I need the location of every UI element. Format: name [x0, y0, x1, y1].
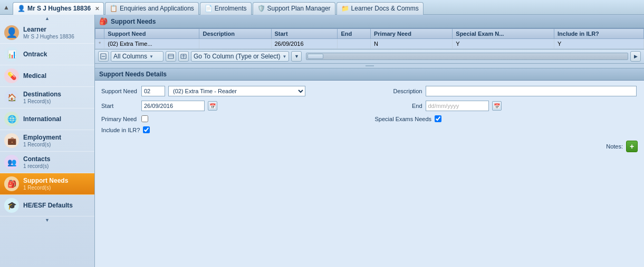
- description-input[interactable]: [426, 86, 637, 96]
- international-icon: 🌐: [4, 112, 19, 126]
- col-header-start[interactable]: Start: [271, 29, 338, 39]
- learner-docs-tab-icon: 📁: [341, 5, 349, 12]
- include-ilr-checkbox[interactable]: [143, 126, 150, 133]
- sidebar-support-needs-sublabel: 1 Record(s): [23, 185, 68, 191]
- sidebar-item-employment[interactable]: 💼 Employment 1 Record(s): [0, 130, 94, 152]
- goto-column-arrow: ▼: [283, 54, 287, 59]
- col-header-description[interactable]: Description: [199, 29, 271, 39]
- primary-need-checkbox[interactable]: [141, 115, 148, 122]
- ontrack-icon: 📊: [4, 47, 19, 62]
- form-row-include-ilr: Include in ILR?: [101, 126, 364, 133]
- learner-tab-icon: 👤: [17, 5, 25, 12]
- support-needs-table: Support Need Description Start End Prima…: [95, 28, 644, 49]
- toolbar-btn3[interactable]: [178, 51, 189, 62]
- notes-row: Notes: +: [95, 139, 644, 154]
- details-header: Support Needs Details: [95, 68, 644, 81]
- toolbar-export-btn[interactable]: [98, 51, 109, 62]
- nav-arrow-up[interactable]: ▲: [2, 3, 11, 12]
- sidebar-destinations-label: Destinations: [23, 91, 61, 98]
- sidebar-contacts-sublabel: 1 record(s): [23, 163, 50, 169]
- support-needs-icon: 🎒: [4, 176, 19, 191]
- sidebar-item-he-esf[interactable]: 🎓 HE/ESF Defaults: [0, 195, 94, 216]
- tab-learner-close[interactable]: ✕: [95, 6, 99, 12]
- col-header-support-need[interactable]: Support Need: [104, 29, 199, 39]
- start-input[interactable]: [141, 101, 205, 111]
- special-exams-checkbox[interactable]: [435, 115, 441, 122]
- table-row[interactable]: * (02) Extra Time... 26/09/2016 N Y Y: [95, 39, 644, 49]
- cell-special-exam: Y: [453, 39, 554, 49]
- support-needs-section-icon: 🎒: [99, 17, 108, 25]
- support-need-select[interactable]: (02) Extra Time - Reader: [168, 86, 305, 96]
- support-needs-table-container: Support Need Description Start End Prima…: [95, 28, 644, 49]
- toolbar-filter-btn[interactable]: ▼: [291, 51, 302, 62]
- tab-enrolments[interactable]: 📄 Enrolments: [200, 2, 252, 15]
- hscroll-thumb[interactable]: [307, 54, 323, 59]
- sidebar-item-destinations[interactable]: 🏠 Destinations 1 Record(s): [0, 87, 94, 108]
- svg-rect-2: [168, 54, 174, 58]
- tab-enquiries-label: Enquiries and Applications: [120, 5, 194, 12]
- contacts-icon: 👥: [4, 155, 19, 170]
- end-input[interactable]: [426, 101, 489, 111]
- scroll-right-btn[interactable]: ▶: [630, 51, 641, 62]
- sidebar-item-support-needs[interactable]: 🎒 Support Needs 1 Record(s): [0, 173, 94, 195]
- sidebar-arrow-up[interactable]: ▲: [0, 15, 94, 22]
- tab-learner-docs-label: Learner Docs & Comms: [351, 5, 419, 12]
- end-calendar-btn[interactable]: 📅: [492, 101, 502, 111]
- form-row-empty: [375, 126, 638, 133]
- sidebar-item-ontrack[interactable]: 📊 Ontrack: [0, 44, 94, 65]
- cell-include-ilr: Y: [554, 39, 643, 49]
- sidebar: ▲ 👤 Learner Mr S J Hughes 18836 📊 Ontrac…: [0, 15, 95, 267]
- include-ilr-label: Include in ILR?: [101, 127, 140, 133]
- support-need-code-input[interactable]: [141, 86, 165, 96]
- notes-add-button[interactable]: +: [626, 141, 638, 152]
- col-header-primary-need[interactable]: Primary Need: [370, 29, 452, 39]
- support-needs-section-title: Support Needs: [111, 18, 156, 25]
- sidebar-arrow-down[interactable]: ▼: [0, 216, 94, 224]
- sidebar-ontrack-label: Ontrack: [23, 51, 47, 58]
- cell-support-need: (02) Extra Time...: [104, 39, 199, 49]
- support-need-label: Support Need: [101, 88, 138, 94]
- col-header-end[interactable]: End: [338, 29, 371, 39]
- sidebar-item-contacts[interactable]: 👥 Contacts 1 record(s): [0, 152, 94, 173]
- sidebar-learner-sublabel: Mr S J Hughes 18836: [23, 34, 74, 39]
- enrolments-tab-icon: 📄: [205, 5, 213, 12]
- tab-support-plan[interactable]: 🛡️ Support Plan Manager: [253, 2, 335, 15]
- tab-learner-docs[interactable]: 📁 Learner Docs & Comms: [337, 2, 424, 15]
- destinations-icon: 🏠: [4, 90, 19, 105]
- toolbar-btn2[interactable]: [166, 51, 176, 62]
- all-columns-label: All Columns: [113, 53, 147, 60]
- sidebar-learner-label: Learner: [23, 26, 74, 33]
- form-row-description: Description: [375, 86, 638, 96]
- tab-enquiries[interactable]: 📋 Enquiries and Applications: [105, 2, 199, 15]
- toolbar-row: All Columns ▼ Go To Column (Type or Sele…: [95, 49, 644, 64]
- tab-list: 👤 Mr S J Hughes 18836 ✕ 📋 Enquiries and …: [13, 0, 424, 15]
- all-columns-dropdown[interactable]: All Columns ▼: [111, 51, 164, 62]
- col-header-special-exam[interactable]: Special Exam N...: [453, 29, 554, 39]
- title-bar: ▲ 👤 Mr S J Hughes 18836 ✕ 📋 Enquiries an…: [0, 0, 644, 15]
- form-row-start: Start 📅: [101, 101, 364, 111]
- tab-learner-label: Mr S J Hughes 18836: [27, 5, 91, 12]
- description-label: Description: [375, 88, 422, 94]
- main-layout: ▲ 👤 Learner Mr S J Hughes 18836 📊 Ontrac…: [0, 15, 644, 267]
- sidebar-item-learner[interactable]: 👤 Learner Mr S J Hughes 18836: [0, 22, 94, 44]
- form-row-end: End 📅: [375, 101, 638, 111]
- support-needs-details-section: Support Needs Details Support Need (02) …: [95, 68, 644, 267]
- content-area: 🎒 Support Needs Support Need Description…: [95, 15, 644, 267]
- primary-need-label: Primary Need: [101, 116, 138, 122]
- enquiries-tab-icon: 📋: [110, 5, 118, 12]
- sidebar-item-medical[interactable]: 💊 Medical: [0, 65, 94, 87]
- sidebar-support-needs-label: Support Needs: [23, 177, 68, 184]
- special-exams-label: Special Exams Needs: [375, 116, 432, 122]
- start-calendar-btn[interactable]: 📅: [208, 101, 217, 111]
- support-plan-tab-icon: 🛡️: [257, 5, 265, 12]
- col-header-include-ilr[interactable]: Include in ILR?: [554, 29, 643, 39]
- sidebar-item-international[interactable]: 🌐 International: [0, 108, 94, 130]
- sidebar-employment-label: Employment: [23, 134, 61, 141]
- resize-handle[interactable]: [95, 64, 644, 68]
- tab-learner[interactable]: 👤 Mr S J Hughes 18836 ✕: [13, 2, 104, 15]
- notes-label: Notes:: [606, 143, 623, 150]
- goto-column-dropdown[interactable]: Go To Column (Type or Select) ▼: [191, 51, 289, 62]
- form-row-support-need: Support Need (02) Extra Time - Reader: [101, 86, 364, 96]
- sidebar-destinations-sublabel: 1 Record(s): [23, 98, 61, 104]
- cell-description: [199, 39, 271, 49]
